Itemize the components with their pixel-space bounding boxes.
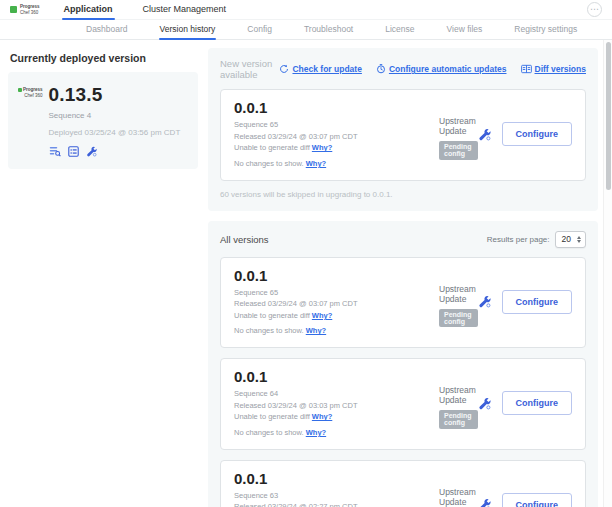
app-logo: Progress Chef 360 <box>18 84 43 157</box>
app-logo-icon <box>18 88 22 92</box>
results-per-page-label: Results per page: <box>487 235 550 244</box>
version-released: Released 03/29/24 @ 02:27 pm CDT <box>234 501 439 507</box>
clock-icon <box>376 64 386 74</box>
version-row-list: 0.0.1 Sequence 65 Released 03/29/24 @ 03… <box>220 257 586 507</box>
changes-text: No changes to show. <box>234 159 304 168</box>
diff-versions-link[interactable]: Diff versions <box>521 64 587 74</box>
version-row: 0.0.1 Sequence 64 Released 03/29/24 @ 03… <box>220 358 586 450</box>
version-released: Released 03/29/24 @ 03:07 pm CDT <box>234 131 439 143</box>
tab-license[interactable]: License <box>384 19 415 40</box>
version-released: Released 03/29/24 @ 03:03 pm CDT <box>234 400 439 412</box>
changes-why-link[interactable]: Why? <box>306 159 326 168</box>
diff-status-text: Unable to generate diff <box>234 143 310 152</box>
brand-logo-icon <box>10 6 17 13</box>
version-sequence: Sequence 65 <box>234 119 439 131</box>
version-sequence: Sequence 65 <box>234 287 439 299</box>
file-search-icon[interactable] <box>49 146 61 157</box>
edit-config-wrench-icon[interactable] <box>478 397 491 410</box>
sub-nav: Dashboard Version history Config Trouble… <box>0 20 612 40</box>
version-number: 0.0.1 <box>234 99 439 116</box>
skip-note: 60 versions will be skipped in upgrading… <box>220 190 586 199</box>
version-source: Upstream Update <box>439 116 478 136</box>
content-area: Currently deployed version Progress Chef… <box>0 40 612 507</box>
version-number: 0.0.1 <box>234 470 439 487</box>
checklist-icon[interactable] <box>68 146 79 157</box>
status-badge: Pending config <box>439 309 478 328</box>
edit-config-wrench-icon[interactable] <box>478 498 491 507</box>
scrollbar-thumb[interactable] <box>606 42 611 190</box>
refresh-icon <box>279 64 289 74</box>
select-stepper-icon <box>577 236 581 243</box>
deployed-version-panel: Currently deployed version Progress Chef… <box>8 48 198 169</box>
top-nav: Progress Chef 360 Application Cluster Ma… <box>0 0 612 20</box>
version-source: Upstream Update <box>439 385 478 405</box>
tab-registry-settings[interactable]: Registry settings <box>513 19 578 40</box>
edit-config-wrench-icon[interactable] <box>478 295 491 308</box>
new-version-card-list: 0.0.1 Sequence 65 Released 03/29/24 @ 03… <box>220 89 586 181</box>
top-tab-application[interactable]: Application <box>62 0 115 20</box>
deployed-sequence: Sequence 4 <box>49 111 181 120</box>
diff-status-text: Unable to generate diff <box>234 412 310 421</box>
configure-button[interactable]: Configure <box>502 391 573 415</box>
tab-config[interactable]: Config <box>246 19 273 40</box>
deployed-date: Deployed 03/25/24 @ 03:56 pm CDT <box>49 128 181 137</box>
version-number: 0.0.1 <box>234 267 439 284</box>
changes-text: No changes to show. <box>234 326 304 335</box>
version-row: 0.0.1 Sequence 65 Released 03/29/24 @ 03… <box>220 89 586 181</box>
edit-config-wrench-icon[interactable] <box>478 128 491 141</box>
ellipsis-icon[interactable]: ⋯ <box>587 2 602 17</box>
brand-logo: Progress Chef 360 <box>10 4 40 15</box>
check-for-update-link[interactable]: Check for update <box>279 64 361 74</box>
changes-text: No changes to show. <box>234 428 304 437</box>
version-number: 0.0.1 <box>234 368 439 385</box>
configure-automatic-updates-link[interactable]: Configure automatic updates <box>376 64 507 74</box>
all-versions-title: All versions <box>220 234 269 245</box>
status-badge: Pending config <box>439 410 478 429</box>
results-per-page-select[interactable]: 20 <box>555 231 586 248</box>
version-row: 0.0.1 Sequence 63 Released 03/29/24 @ 02… <box>220 460 586 507</box>
tab-dashboard[interactable]: Dashboard <box>85 19 129 40</box>
version-released: Released 03/29/24 @ 03:07 pm CDT <box>234 298 439 310</box>
version-sequence: Sequence 64 <box>234 388 439 400</box>
configure-button[interactable]: Configure <box>502 122 573 146</box>
tab-version-history[interactable]: Version history <box>159 19 217 40</box>
diff-why-link[interactable]: Why? <box>312 143 332 152</box>
changes-why-link[interactable]: Why? <box>306 326 326 335</box>
version-row: 0.0.1 Sequence 65 Released 03/29/24 @ 03… <box>220 257 586 349</box>
diff-icon <box>521 64 532 74</box>
status-badge: Pending config <box>439 141 478 160</box>
version-sequence: Sequence 63 <box>234 490 439 502</box>
diff-why-link[interactable]: Why? <box>312 412 332 421</box>
wrench-icon[interactable] <box>86 146 97 157</box>
brand-logo-text: Progress Chef 360 <box>20 4 40 15</box>
new-version-title: New version available <box>220 58 279 80</box>
configure-button[interactable]: Configure <box>502 493 573 507</box>
deployed-title: Currently deployed version <box>10 52 198 64</box>
diff-status-text: Unable to generate diff <box>234 311 310 320</box>
all-versions-panel: All versions Results per page: 20 0.0.1 … <box>208 221 598 507</box>
top-tab-cluster-management[interactable]: Cluster Management <box>141 0 229 20</box>
version-source: Upstream Update <box>439 284 478 304</box>
tab-view-files[interactable]: View files <box>446 19 484 40</box>
version-source: Upstream Update <box>439 487 478 507</box>
changes-why-link[interactable]: Why? <box>306 428 326 437</box>
tab-troubleshoot[interactable]: Troubleshoot <box>303 19 354 40</box>
deployed-card: Progress Chef 360 0.13.5 Sequence 4 Depl… <box>8 72 198 169</box>
new-version-panel: New version available Check for update C… <box>208 48 598 211</box>
deployed-version-number: 0.13.5 <box>49 84 181 106</box>
scrollbar <box>603 40 612 507</box>
diff-why-link[interactable]: Why? <box>312 311 332 320</box>
configure-button[interactable]: Configure <box>502 290 573 314</box>
